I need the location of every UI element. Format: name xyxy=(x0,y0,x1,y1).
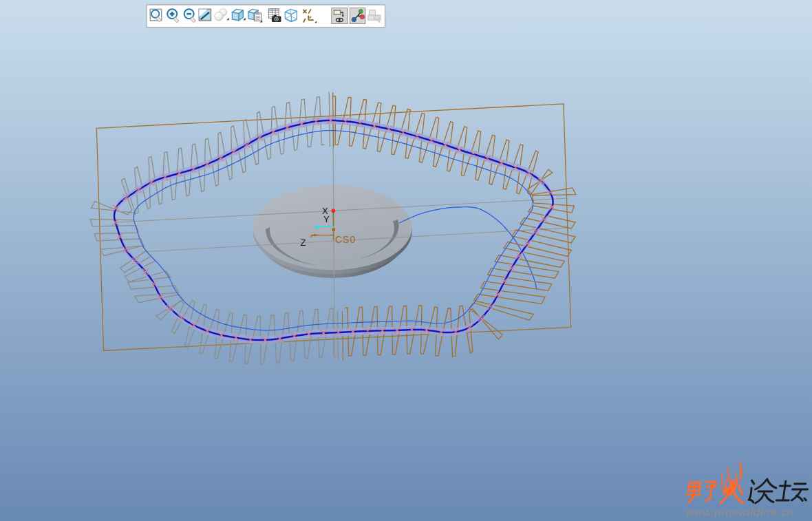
svg-text:www.proewildfire.cn: www.proewildfire.cn xyxy=(685,506,793,518)
svg-text:Z: Z xyxy=(301,237,306,248)
svg-text:CS0: CS0 xyxy=(335,234,356,245)
svg-text:Y: Y xyxy=(323,214,330,224)
